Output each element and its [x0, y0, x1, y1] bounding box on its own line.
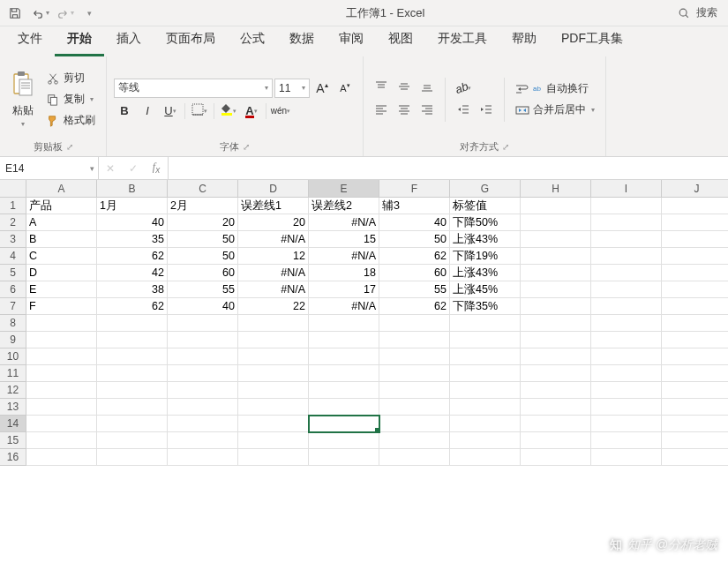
merge-center-button[interactable]: 合并后居中▾	[512, 101, 598, 120]
cell-F2[interactable]: 40	[379, 214, 450, 231]
align-middle-button[interactable]	[394, 79, 415, 98]
cell-G3[interactable]: 上涨43%	[450, 231, 521, 248]
cell-D2[interactable]: 20	[238, 214, 309, 231]
cell-E12[interactable]	[309, 382, 379, 399]
cell-G6[interactable]: 上涨45%	[450, 281, 521, 298]
search-box[interactable]: 搜索	[670, 5, 724, 20]
cell-F11[interactable]	[379, 365, 450, 382]
cell-B13[interactable]	[97, 399, 168, 416]
cell-J12[interactable]	[662, 382, 728, 399]
row-header-7[interactable]: 7	[0, 298, 26, 315]
cell-B10[interactable]	[97, 348, 168, 365]
cell-D1[interactable]: 误差线1	[238, 198, 309, 214]
cell-A6[interactable]: E	[26, 281, 97, 298]
cell-D15[interactable]	[238, 432, 309, 449]
bold-button[interactable]: B	[114, 101, 135, 121]
tab-帮助[interactable]: 帮助	[499, 26, 549, 56]
cell-F7[interactable]: 62	[379, 298, 450, 315]
column-header-A[interactable]: A	[26, 180, 97, 198]
cell-G9[interactable]	[450, 332, 521, 348]
tab-PDF工具集[interactable]: PDF工具集	[549, 26, 635, 56]
cell-I2[interactable]	[591, 214, 662, 231]
font-color-button[interactable]: A▾	[241, 101, 262, 121]
cell-D3[interactable]: #N/A	[238, 231, 309, 248]
align-bottom-button[interactable]	[417, 79, 438, 98]
cell-B6[interactable]: 38	[97, 281, 168, 298]
qat-customize-button[interactable]: ▾	[78, 2, 101, 25]
column-header-C[interactable]: C	[168, 180, 238, 198]
increase-indent-button[interactable]	[476, 101, 497, 121]
cell-B2[interactable]: 40	[97, 214, 168, 231]
paste-button[interactable]: 粘贴 ▾	[7, 69, 39, 130]
row-header-2[interactable]: 2	[0, 214, 26, 231]
cell-D16[interactable]	[238, 449, 309, 466]
formula-input[interactable]	[169, 157, 728, 179]
name-box[interactable]: E14▾	[0, 157, 99, 179]
cell-E1[interactable]: 误差线2	[309, 198, 379, 214]
select-all-corner[interactable]	[0, 180, 26, 198]
cell-I4[interactable]	[591, 248, 662, 265]
row-header-9[interactable]: 9	[0, 332, 26, 348]
cell-F5[interactable]: 60	[379, 265, 450, 281]
cell-F1[interactable]: 辅3	[379, 198, 450, 214]
tab-开始[interactable]: 开始	[55, 26, 104, 56]
column-header-E[interactable]: E	[309, 180, 379, 198]
row-header-16[interactable]: 16	[0, 449, 26, 466]
cell-E14[interactable]	[309, 416, 379, 432]
cell-E7[interactable]: #N/A	[309, 298, 379, 315]
cell-D7[interactable]: 22	[238, 298, 309, 315]
cell-F4[interactable]: 62	[379, 248, 450, 265]
cell-C10[interactable]	[168, 348, 238, 365]
save-button[interactable]	[4, 2, 26, 25]
tab-审阅[interactable]: 审阅	[326, 26, 376, 56]
cell-A3[interactable]: B	[26, 231, 97, 248]
cell-E16[interactable]	[309, 449, 379, 466]
decrease-indent-button[interactable]	[453, 101, 474, 121]
undo-button[interactable]: ▾	[28, 2, 51, 25]
align-left-button[interactable]	[371, 101, 392, 121]
font-name-combo[interactable]: 等线▾	[114, 79, 273, 98]
cell-I3[interactable]	[591, 231, 662, 248]
cut-button[interactable]: 剪切	[42, 69, 99, 88]
cell-C7[interactable]: 40	[168, 298, 238, 315]
cell-D14[interactable]	[238, 416, 309, 432]
cell-C16[interactable]	[168, 449, 238, 466]
cell-J4[interactable]	[662, 248, 728, 265]
cell-C13[interactable]	[168, 399, 238, 416]
cell-I11[interactable]	[591, 365, 662, 382]
cell-H9[interactable]	[521, 332, 591, 348]
cell-I5[interactable]	[591, 265, 662, 281]
cell-E6[interactable]: 17	[309, 281, 379, 298]
cell-A16[interactable]	[26, 449, 97, 466]
cell-H12[interactable]	[521, 382, 591, 399]
cell-C14[interactable]	[168, 416, 238, 432]
cell-H15[interactable]	[521, 432, 591, 449]
cell-A14[interactable]	[26, 416, 97, 432]
cell-A13[interactable]	[26, 399, 97, 416]
cell-H10[interactable]	[521, 348, 591, 365]
cell-D10[interactable]	[238, 348, 309, 365]
cell-A7[interactable]: F	[26, 298, 97, 315]
cell-F13[interactable]	[379, 399, 450, 416]
column-header-D[interactable]: D	[238, 180, 309, 198]
cell-G16[interactable]	[450, 449, 521, 466]
cell-C3[interactable]: 50	[168, 231, 238, 248]
redo-button[interactable]: ▾	[53, 2, 76, 25]
italic-button[interactable]: I	[137, 101, 158, 121]
cell-G14[interactable]	[450, 416, 521, 432]
column-header-B[interactable]: B	[97, 180, 168, 198]
cell-D6[interactable]: #N/A	[238, 281, 309, 298]
cell-E13[interactable]	[309, 399, 379, 416]
cell-G10[interactable]	[450, 348, 521, 365]
column-header-J[interactable]: J	[662, 180, 728, 198]
cell-G2[interactable]: 下降50%	[450, 214, 521, 231]
cell-A15[interactable]	[26, 432, 97, 449]
orientation-button[interactable]: ab▾	[453, 79, 474, 98]
cell-H7[interactable]	[521, 298, 591, 315]
cell-J14[interactable]	[662, 416, 728, 432]
cell-J5[interactable]	[662, 265, 728, 281]
cell-A2[interactable]: A	[26, 214, 97, 231]
cell-F14[interactable]	[379, 416, 450, 432]
borders-button[interactable]: ▾	[189, 101, 210, 121]
cell-H5[interactable]	[521, 265, 591, 281]
